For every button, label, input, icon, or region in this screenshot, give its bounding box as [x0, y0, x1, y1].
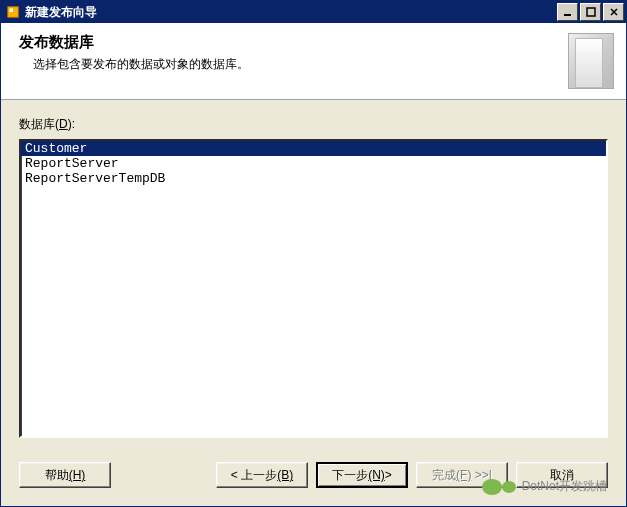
svg-rect-3 [587, 8, 595, 16]
svg-rect-2 [564, 14, 571, 16]
back-button[interactable]: < 上一步(B) [216, 462, 308, 488]
header-subtitle: 选择包含要发布的数据或对象的数据库。 [33, 56, 568, 73]
next-button[interactable]: 下一步(N) > [316, 462, 408, 488]
list-item[interactable]: Customer [21, 141, 606, 156]
database-listbox[interactable]: CustomerReportServerReportServerTempDB [19, 139, 608, 438]
wizard-header: 发布数据库 选择包含要发布的数据或对象的数据库。 [1, 23, 626, 100]
help-button[interactable]: 帮助(H) [19, 462, 111, 488]
header-title: 发布数据库 [19, 33, 568, 52]
window-title: 新建发布向导 [25, 4, 557, 21]
close-button[interactable] [603, 3, 624, 21]
list-item[interactable]: ReportServer [21, 156, 606, 171]
svg-rect-1 [10, 9, 14, 13]
minimize-button[interactable] [557, 3, 578, 21]
finish-button: 完成(F) >>| [416, 462, 508, 488]
header-text: 发布数据库 选择包含要发布的数据或对象的数据库。 [19, 33, 568, 89]
wizard-window: 新建发布向导 发布数据库 选择包含要发布的数据或对象的数据库。 数据库(D): … [0, 0, 627, 507]
cancel-button[interactable]: 取消 [516, 462, 608, 488]
list-item[interactable]: ReportServerTempDB [21, 171, 606, 186]
button-bar: 帮助(H) < 上一步(B) 下一步(N) > 完成(F) >>| 取消 [1, 448, 626, 506]
titlebar[interactable]: 新建发布向导 [1, 1, 626, 23]
database-list-label: 数据库(D): [19, 116, 608, 133]
maximize-button[interactable] [580, 3, 601, 21]
window-buttons [557, 3, 624, 21]
header-graphic [568, 33, 614, 89]
app-icon [5, 4, 21, 20]
content-area: 数据库(D): CustomerReportServerReportServer… [1, 100, 626, 448]
